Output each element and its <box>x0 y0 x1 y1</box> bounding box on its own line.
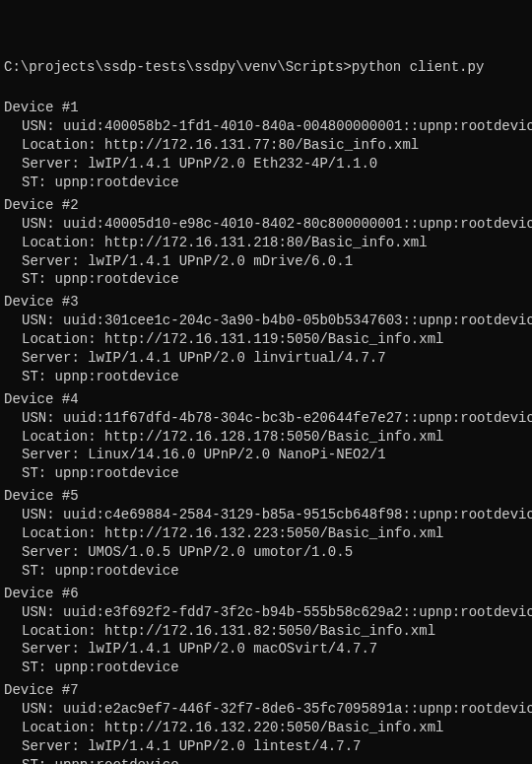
device-block: Device #7USN: uuid:e2ac9ef7-446f-32f7-8d… <box>4 681 528 764</box>
device-server: Server: lwIP/1.4.1 UPnP/2.0 mDrive/6.0.1 <box>4 252 528 271</box>
device-header: Device #6 <box>4 585 528 603</box>
device-location: Location: http://172.16.131.77:80/Basic_… <box>4 136 528 155</box>
device-server: Server: lwIP/1.4.1 UPnP/2.0 linvirtual/4… <box>4 349 528 368</box>
device-server: Server: UMOS/1.0.5 UPnP/2.0 umotor/1.0.5 <box>4 543 528 562</box>
device-usn: USN: uuid:c4e69884-2584-3129-b85a-9515cb… <box>4 506 528 524</box>
device-st: ST: upnp:rootdevice <box>4 464 528 483</box>
device-location: Location: http://172.16.128.178:5050/Bas… <box>4 428 528 447</box>
device-location: Location: http://172.16.131.119:5050/Bas… <box>4 330 528 349</box>
device-header: Device #4 <box>4 390 528 409</box>
device-location: Location: http://172.16.131.82:5050/Basi… <box>4 622 528 641</box>
device-usn: USN: uuid:400058b2-1fd1-4010-840a-004800… <box>4 117 528 136</box>
device-block: Device #4USN: uuid:11f67dfd-4b78-304c-bc… <box>4 390 528 483</box>
device-st: ST: upnp:rootdevice <box>4 174 528 192</box>
device-location: Location: http://172.16.132.220:5050/Bas… <box>4 719 528 737</box>
device-block: Device #6USN: uuid:e3f692f2-fdd7-3f2c-b9… <box>4 585 528 677</box>
device-block: Device #2USN: uuid:40005d10-e98c-4010-84… <box>4 196 528 289</box>
device-block: Device #3USN: uuid:301cee1c-204c-3a90-b4… <box>4 293 528 385</box>
device-server: Server: lwIP/1.4.1 UPnP/2.0 macOSvirt/4.… <box>4 640 528 659</box>
device-usn: USN: uuid:301cee1c-204c-3a90-b4b0-05b0b5… <box>4 312 528 330</box>
device-header: Device #7 <box>4 681 528 700</box>
device-location: Location: http://172.16.131.218:80/Basic… <box>4 234 528 252</box>
terminal-output: Device #1USN: uuid:400058b2-1fd1-4010-84… <box>4 99 528 764</box>
device-st: ST: upnp:rootdevice <box>4 659 528 677</box>
device-usn: USN: uuid:e3f692f2-fdd7-3f2c-b94b-555b58… <box>4 603 528 622</box>
device-st: ST: upnp:rootdevice <box>4 562 528 581</box>
device-usn: USN: uuid:e2ac9ef7-446f-32f7-8de6-35fc70… <box>4 700 528 719</box>
device-header: Device #5 <box>4 487 528 506</box>
device-st: ST: upnp:rootdevice <box>4 756 528 764</box>
command-prompt-line: C:\projects\ssdp-tests\ssdpy\venv\Script… <box>4 58 528 77</box>
device-block: Device #1USN: uuid:400058b2-1fd1-4010-84… <box>4 99 528 191</box>
device-usn: USN: uuid:40005d10-e98c-4010-8402-80c800… <box>4 215 528 234</box>
device-server: Server: lwIP/1.4.1 UPnP/2.0 lintest/4.7.… <box>4 737 528 756</box>
device-server: Server: lwIP/1.4.1 UPnP/2.0 Eth232-4P/1.… <box>4 155 528 174</box>
device-st: ST: upnp:rootdevice <box>4 368 528 386</box>
device-server: Server: Linux/14.16.0 UPnP/2.0 NanoPi-NE… <box>4 446 528 464</box>
device-header: Device #2 <box>4 196 528 215</box>
device-usn: USN: uuid:11f67dfd-4b78-304c-bc3b-e20644… <box>4 409 528 428</box>
device-block: Device #5USN: uuid:c4e69884-2584-3129-b8… <box>4 487 528 580</box>
device-header: Device #1 <box>4 99 528 117</box>
device-header: Device #3 <box>4 293 528 312</box>
device-st: ST: upnp:rootdevice <box>4 270 528 289</box>
device-location: Location: http://172.16.132.223:5050/Bas… <box>4 524 528 543</box>
